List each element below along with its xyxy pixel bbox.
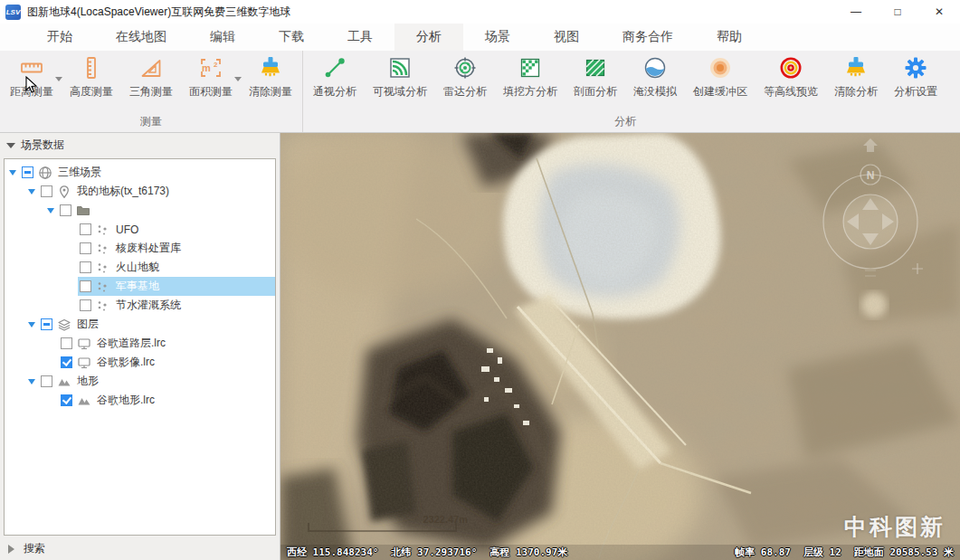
ribbon-button-三角测量[interactable]: 三角测量 [121,55,181,100]
tree-row-body[interactable]: 核废料处置库 [78,239,275,258]
satellite-imagery: N [280,133,960,560]
ribbon-button-淹没模拟[interactable]: 淹没模拟 [625,55,685,100]
sightline-icon [323,55,347,81]
tree-expander-spacer [66,286,74,287]
tree-expander-icon[interactable] [28,322,35,331]
tab-工具[interactable]: 工具 [326,24,394,51]
radar-icon [453,55,477,81]
search-panel-label: 搜索 [24,541,45,556]
scale-label: 2322.47m [423,514,468,525]
checkbox[interactable] [80,280,91,292]
checkbox[interactable] [22,166,33,178]
tree-row-body[interactable]: 火山地貌 [78,258,275,277]
tree-row-body[interactable]: 谷歌影像.lrc [59,353,275,372]
tree-row-body[interactable]: 三维场景 [20,163,275,182]
ribbon-button-通视分析[interactable]: 通视分析 [305,55,365,100]
checkbox[interactable] [80,223,91,235]
tree-row-body[interactable] [58,201,275,220]
flood-icon [643,55,667,81]
tree-row-body[interactable]: 图层 [39,315,275,334]
tree-row-body[interactable]: 谷歌地形.lrc [59,391,275,410]
tree-row[interactable]: 三维场景 [5,163,275,182]
monitor-icon [77,337,92,351]
tree-row[interactable]: 谷歌地形.lrc [5,391,275,410]
ribbon-group-label: 分析 [303,112,947,132]
ribbon-button-清除分析[interactable]: 清除分析 [826,55,886,100]
close-button[interactable]: ✕ [918,0,960,24]
minimize-button[interactable]: — [835,0,877,24]
checkbox[interactable] [61,394,72,406]
tree-row[interactable]: 我的地标(tx_t6173) [5,182,275,201]
tree-row[interactable]: 火山地貌 [5,258,275,277]
tree-row[interactable] [5,201,275,220]
ribbon-group: 距离测量高度测量三角测量m2面积测量清除测量测量 [0,51,302,132]
ribbon-button-label: 雷达分析 [443,84,487,100]
checkbox[interactable] [80,261,91,273]
checkbox[interactable] [61,356,72,368]
clear-brush-icon [259,55,282,81]
viewshed-icon [388,55,412,81]
tree-row[interactable]: 谷歌影像.lrc [5,353,275,372]
checkbox[interactable] [80,299,91,311]
tree-row-body[interactable]: 节水灌溉系统 [78,296,275,315]
ribbon-button-label: 填挖方分析 [503,84,557,100]
ribbon-group: 通视分析可视域分析雷达分析填挖方分析剖面分析淹没模拟创建缓冲区等高线预览清除分析… [302,51,947,132]
ribbon-button-填挖方分析[interactable]: 填挖方分析 [495,55,566,100]
tree-row-body[interactable]: UFO [78,220,275,239]
tree-row[interactable]: 核废料处置库 [5,239,275,258]
tree-item-label: 谷歌道路层.lrc [97,336,166,351]
application-window: LSV 图新地球4(LocaSpaceViewer)互联网免费三维数字地球 — … [0,0,960,560]
tree-row[interactable]: 地形 [5,372,275,391]
checkbox[interactable] [41,185,52,197]
ribbon-button-高度测量[interactable]: 高度测量 [62,55,121,100]
svg-text:2: 2 [214,61,218,69]
checkbox[interactable] [41,375,52,387]
tab-分析[interactable]: 分析 [394,24,463,51]
ribbon-button-距离测量[interactable]: 距离测量 [2,55,62,100]
tab-场景[interactable]: 场景 [463,24,532,51]
tab-商务合作[interactable]: 商务合作 [601,24,695,51]
tab-编辑[interactable]: 编辑 [188,24,257,51]
checkbox[interactable] [41,318,52,330]
tree-row[interactable]: 图层 [5,315,275,334]
tree-expander-icon[interactable] [28,379,35,388]
tree-row[interactable]: UFO [5,220,275,239]
ribbon-button-可视域分析[interactable]: 可视域分析 [365,55,435,100]
tree-expander-icon[interactable] [28,189,35,198]
clear-brush-icon [844,55,868,81]
checkbox[interactable] [80,242,91,254]
tree-row[interactable]: 谷歌道路层.lrc [5,334,275,353]
tree-row[interactable]: 军事基地 [5,277,275,296]
ribbon-button-剖面分析[interactable]: 剖面分析 [566,55,625,100]
status-field: 西经 115.848234° [287,546,378,559]
tree-row-body[interactable]: 军事基地 [78,277,275,296]
folder-icon [76,204,91,218]
ribbon-button-等高线预览[interactable]: 等高线预览 [756,55,826,100]
ribbon-button-雷达分析[interactable]: 雷达分析 [435,55,495,100]
tree-row-body[interactable]: 谷歌道路层.lrc [59,334,275,353]
ribbon-button-创建缓冲区[interactable]: 创建缓冲区 [685,55,756,100]
tab-开始[interactable]: 开始 [25,24,94,51]
ribbon-button-分析设置[interactable]: 分析设置 [886,55,946,100]
tab-下载[interactable]: 下载 [257,24,326,51]
tree-expander-icon[interactable] [47,208,54,217]
tree-row[interactable]: 节水灌溉系统 [5,296,275,315]
ribbon-button-清除测量[interactable]: 清除测量 [241,55,300,100]
points-icon [96,261,111,275]
tab-帮助[interactable]: 帮助 [695,24,764,51]
ribbon-button-面积测量[interactable]: m2面积测量 [181,55,241,100]
tree-item-label: 谷歌影像.lrc [97,355,155,370]
checkbox[interactable] [61,337,72,349]
map-viewport[interactable]: N 2322.47m 中科图新 西经 115.848234°北纬 37.2937… [280,133,960,560]
maximize-button[interactable]: □ [877,0,918,24]
scene-data-panel-header[interactable]: 场景数据 [0,133,280,157]
ribbon-button-label: 清除分析 [834,84,878,100]
tab-视图[interactable]: 视图 [532,24,601,51]
search-panel-header[interactable]: 搜索 [0,537,280,560]
tree-expander-icon[interactable] [9,170,16,179]
tab-在线地图[interactable]: 在线地图 [94,24,188,51]
checkbox[interactable] [60,204,71,216]
tree-row-body[interactable]: 我的地标(tx_t6173) [39,182,275,201]
terrain-icon [57,375,72,389]
tree-row-body[interactable]: 地形 [39,372,275,391]
